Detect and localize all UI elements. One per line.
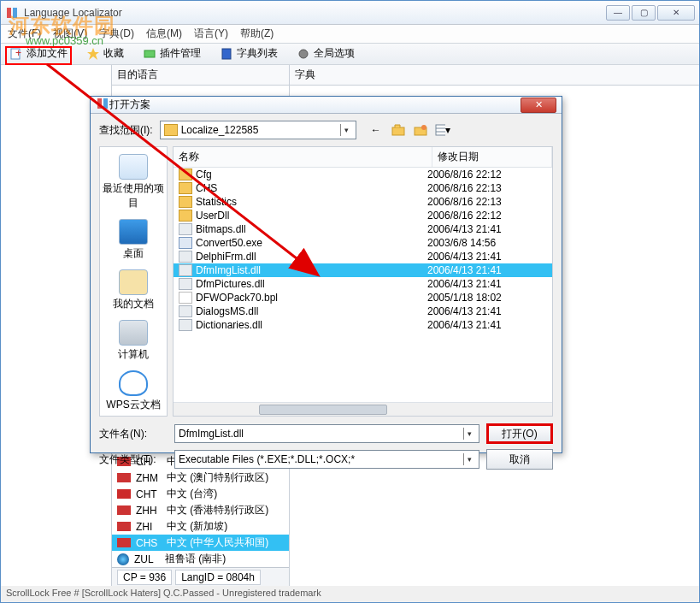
file-row[interactable]: DelphiFrm.dll2006/4/13 21:41 — [174, 250, 552, 263]
menu-help[interactable]: 帮助(Z) — [240, 27, 274, 41]
file-row[interactable]: DfmImgList.dll2006/4/13 21:41 — [174, 263, 552, 277]
favorites-label: 收藏 — [103, 46, 124, 61]
col-name[interactable]: 名称 — [174, 147, 432, 167]
file-date: 2006/8/16 22:13 — [427, 196, 547, 208]
maximize-button[interactable]: ▢ — [632, 5, 656, 21]
file-name: DFWOPack70.bpl — [196, 292, 427, 304]
file-date: 2006/8/16 22:13 — [427, 182, 547, 194]
file-date: 2005/1/18 18:02 — [427, 292, 547, 304]
flag-icon — [117, 505, 131, 515]
language-item[interactable]: ZUL祖鲁语 (南非) — [112, 551, 289, 567]
place-desktop[interactable]: 桌面 — [103, 216, 164, 264]
place-documents[interactable]: 我的文档 — [103, 266, 164, 315]
favorites-button[interactable]: 收藏 — [83, 44, 127, 62]
plugins-button[interactable]: 插件管理 — [139, 44, 204, 62]
menu-dict[interactable]: 字典(D) — [99, 27, 134, 41]
file-row[interactable]: Bitmaps.dll2006/4/13 21:41 — [174, 222, 552, 236]
file-date: 2006/4/13 21:41 — [427, 264, 547, 276]
dialog-titlebar[interactable]: 打开方案 ✕ — [91, 97, 562, 114]
dll-icon — [179, 251, 192, 263]
file-name: CHS — [196, 182, 427, 194]
bpl-icon — [179, 292, 192, 304]
chevron-down-icon[interactable] — [463, 428, 475, 440]
language-item[interactable]: CHS中文 (中华人民共和国) — [112, 535, 289, 551]
computer-icon — [119, 320, 148, 346]
lang-name: 祖鲁语 (南非) — [165, 552, 226, 566]
filename-label: 文件名(N): — [99, 427, 168, 441]
svg-rect-0 — [7, 8, 11, 18]
up-folder-icon[interactable] — [391, 122, 406, 138]
lang-code: ZHH — [136, 505, 162, 517]
language-item[interactable]: ZHI中文 (新加坡) — [112, 518, 289, 535]
file-row[interactable]: Convert50.exe2003/6/8 14:56 — [174, 236, 552, 250]
titlebar[interactable]: Language Localizator — ▢ ✕ — [1, 1, 699, 25]
menu-file[interactable]: 文件(F) — [8, 27, 41, 41]
lang-name: 中文 (中华人民共和国) — [167, 535, 268, 550]
menu-msg[interactable]: 信息(M) — [146, 27, 182, 41]
scrollbar-thumb[interactable] — [259, 405, 387, 415]
folder-name: Localize_122585 — [181, 124, 259, 136]
filetype-label: 文件类型(T): — [99, 452, 168, 467]
lang-code: CHT — [136, 488, 162, 500]
new-folder-icon[interactable] — [413, 122, 428, 138]
filetype-select[interactable]: Executable Files (*.EXE;*.DLL;*.OCX;* — [174, 450, 479, 469]
lang-statusbar: CP = 936 LangID = 0804h — [112, 567, 289, 586]
filename-input[interactable]: DfmImgList.dll — [174, 424, 479, 443]
cloud-icon — [119, 370, 148, 396]
dicts-button[interactable]: 字典列表 — [216, 44, 281, 62]
target-lang-header: 目的语言 — [112, 65, 289, 86]
close-button[interactable]: ✕ — [657, 5, 695, 21]
add-file-icon: + — [9, 47, 23, 61]
file-date: 2006/8/16 22:12 — [427, 210, 547, 222]
flag-icon — [117, 489, 131, 499]
file-row[interactable]: DfmPictures.dll2006/4/13 21:41 — [174, 277, 552, 291]
toolbar: + 添加文件 收藏 插件管理 字典列表 全局选项 — [1, 43, 699, 65]
place-recent[interactable]: 最近使用的项目 — [103, 151, 164, 214]
flag-icon — [117, 538, 131, 547]
file-row[interactable]: Cfg2006/8/16 22:12 — [174, 168, 552, 181]
dialog-close-button[interactable]: ✕ — [521, 98, 556, 113]
horizontal-scrollbar[interactable] — [174, 402, 552, 416]
view-menu-icon[interactable]: ▾ — [435, 122, 450, 138]
book-icon — [220, 47, 233, 61]
file-name: DialogsMS.dll — [196, 305, 427, 317]
file-name: Dictionaries.dll — [196, 319, 427, 331]
folder-icon — [164, 124, 178, 136]
menu-lang[interactable]: 语言(Y) — [194, 27, 228, 41]
cancel-button[interactable]: 取消 — [486, 449, 553, 470]
file-row[interactable]: Statistics2006/8/16 22:13 — [174, 195, 552, 209]
back-icon[interactable]: ← — [368, 122, 384, 138]
place-computer[interactable]: 计算机 — [103, 316, 164, 365]
file-row[interactable]: DFWOPack70.bpl2005/1/18 18:02 — [174, 291, 552, 304]
file-row[interactable]: DialogsMS.dll2006/4/13 21:41 — [174, 304, 552, 318]
chevron-down-icon[interactable] — [340, 124, 352, 136]
file-date: 2006/4/13 21:41 — [427, 305, 547, 317]
svg-rect-9 — [103, 98, 108, 109]
lookup-label: 查找范围(I): — [99, 123, 153, 138]
minimize-button[interactable]: — — [606, 5, 630, 21]
file-row[interactable]: Dictionaries.dll2006/4/13 21:41 — [174, 318, 552, 332]
place-wps-cloud[interactable]: WPS云文档 — [103, 367, 164, 416]
file-list-header[interactable]: 名称 修改日期 — [174, 147, 552, 168]
language-item[interactable]: CHT中文 (台湾) — [112, 486, 289, 502]
file-date: 2006/4/13 21:41 — [427, 278, 547, 290]
menubar: 文件(F) 视图(V) 字典(D) 信息(M) 语言(Y) 帮助(Z) — [1, 25, 699, 43]
open-button[interactable]: 打开(O) — [486, 423, 553, 444]
menu-view[interactable]: 视图(V) — [53, 27, 87, 41]
file-row[interactable]: UserDll2006/8/16 22:12 — [174, 209, 552, 222]
col-date[interactable]: 修改日期 — [432, 147, 552, 167]
svg-rect-10 — [392, 127, 404, 135]
globals-button[interactable]: 全局选项 — [293, 44, 358, 62]
add-file-button[interactable]: + 添加文件 — [6, 44, 71, 62]
desktop-icon — [119, 219, 148, 245]
folder-combo[interactable]: Localize_122585 — [160, 121, 356, 139]
svg-rect-6 — [222, 49, 231, 59]
chevron-down-icon[interactable] — [463, 453, 475, 465]
file-name: DfmPictures.dll — [196, 278, 427, 290]
lang-code: ZUL — [134, 553, 160, 565]
add-file-label: 添加文件 — [26, 46, 68, 61]
language-item[interactable]: ZHH中文 (香港特别行政区) — [112, 502, 289, 518]
file-row[interactable]: CHS2006/8/16 22:13 — [174, 181, 552, 195]
dict-header: 字典 — [290, 65, 699, 86]
file-list[interactable]: 名称 修改日期 Cfg2006/8/16 22:12CHS2006/8/16 2… — [173, 146, 553, 417]
